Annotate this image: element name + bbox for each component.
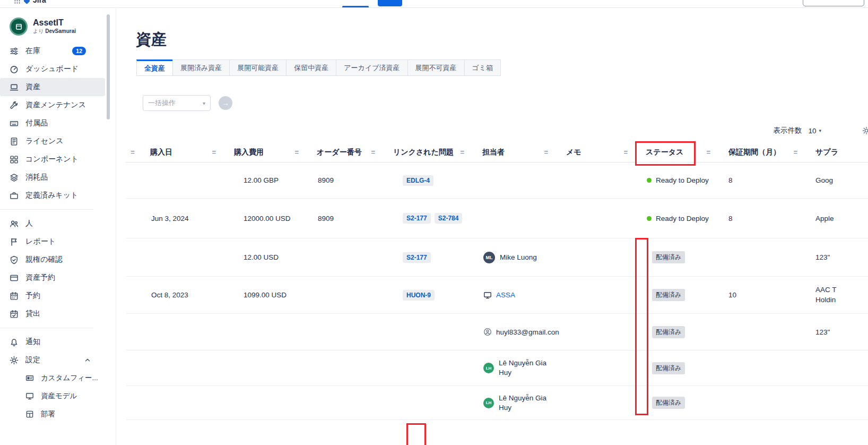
column-header-linked-issues[interactable]: リンクされた問題= [383, 142, 472, 162]
tab-deployable-assets[interactable]: 展開可能資産 [229, 59, 287, 76]
tab-undeployable-assets[interactable]: 展開不可資産 [407, 59, 465, 76]
asset-tabs: 全資産 展開済み資産 展開可能資産 保留中資産 アーカイブ済資産 展開不可資産 … [136, 59, 868, 76]
table-row[interactable]: huyl833@gmail.con 配備済み 123" [126, 314, 868, 350]
status-label: Ready to Deploy [656, 176, 709, 184]
sidebar-item-assets[interactable]: 資産 [0, 78, 105, 96]
license-icon [10, 137, 19, 146]
cell-purchase-cost: 12000.00 USD [223, 215, 306, 222]
column-header-warranty[interactable]: 保証期間（月）= [718, 142, 805, 162]
search-input[interactable] [803, 0, 864, 6]
sidebar-item-licenses[interactable]: ライセンス [0, 132, 105, 150]
assignee-name: Lê Nguyễn Gia Huy [499, 393, 554, 412]
sidebar-item-settings[interactable]: 設定 [0, 351, 105, 369]
issue-key-chip[interactable]: S2-784 [435, 213, 463, 224]
people-icon [10, 219, 19, 228]
column-header-status[interactable]: ステータス= [635, 142, 718, 162]
sidebar-item-notifications[interactable]: 通知 [0, 333, 105, 351]
column-header-memo[interactable]: メモ= [555, 142, 635, 162]
sidebar-scrollbar[interactable] [107, 14, 110, 119]
tab-pending-assets[interactable]: 保留中資産 [286, 59, 336, 76]
filter-icon[interactable]: = [544, 148, 548, 156]
tab-archived-assets[interactable]: アーカイブ済資産 [336, 59, 407, 76]
cell-status: 配備済み [635, 289, 718, 301]
sidebar-item-label: カスタムフィー... [41, 373, 98, 383]
status-dot-icon [647, 178, 652, 183]
sidebar-item-asset-maintenance[interactable]: 資産メンテナンス [0, 96, 105, 114]
column-header-assignee[interactable]: 担当者= [472, 142, 555, 162]
sidebar-item-accessories[interactable]: 付属品 [0, 114, 105, 132]
bulk-action-select[interactable]: 一括操作 ▾ [143, 95, 211, 111]
card-icon [10, 273, 19, 283]
column-header-edge: = [126, 142, 140, 162]
sidebar-item-inventory[interactable]: 在庫 12 [0, 42, 105, 60]
column-header-purchase-cost[interactable]: 購入費用= [223, 142, 306, 162]
sidebar-item-checkout[interactable]: 貸出 [0, 305, 105, 323]
page-title: 資産 [136, 29, 868, 50]
arrow-right-icon: → [222, 99, 229, 107]
laptop-icon [10, 83, 19, 92]
filter-icon[interactable]: = [371, 148, 375, 156]
issue-key-chip[interactable]: S2-177 [403, 252, 431, 263]
table-row[interactable]: Jun 3, 2024 12000.00 USD 8909 S2-177S2-7… [126, 199, 868, 238]
avatar: LH [483, 398, 494, 408]
sidebar-item-custom-fields[interactable]: カスタムフィー... [0, 369, 105, 387]
assignee-name: Mike Luong [500, 253, 537, 261]
cell-warranty: 8 [718, 215, 805, 222]
tab-all-assets[interactable]: 全資産 [136, 59, 173, 76]
sidebar-item-asset-reservation[interactable]: 資産予約 [0, 269, 105, 287]
bulk-action-row: 一括操作 ▾ → [143, 95, 868, 111]
cell-linked-issues: S2-177S2-784 [383, 213, 472, 224]
sidebar-item-label: 通知 [25, 337, 40, 347]
sidebar-item-dashboard[interactable]: ダッシュボード [0, 60, 105, 78]
filter-icon[interactable]: = [706, 148, 710, 156]
cell-purchase-cost: 1099.00 USD [223, 291, 306, 299]
column-header-purchase-date[interactable]: 購入日= [140, 142, 223, 162]
cell-status: 配備済み [635, 362, 718, 374]
tab-deployed-assets[interactable]: 展開済み資産 [172, 59, 230, 76]
sidebar-item-people[interactable]: 人 [0, 215, 105, 233]
cell-assignee: huyl833@gmail.con [472, 328, 555, 336]
sidebar-item-label: 親権の確認 [25, 255, 63, 264]
table-row[interactable]: 12.00 GBP 8909 EDLG-4 Ready to Deploy 8 … [126, 162, 868, 199]
column-header-order-number[interactable]: オーダー番号= [306, 142, 383, 162]
issue-key-chip[interactable]: HUON-9 [403, 290, 435, 301]
column-header-supplier[interactable]: サプラ [805, 142, 868, 162]
caret-down-icon: ▾ [203, 100, 205, 106]
filter-icon[interactable]: = [623, 148, 628, 156]
sidebar-item-reservation[interactable]: 予約 [0, 287, 105, 305]
bulk-action-apply-button[interactable]: → [219, 96, 232, 110]
app-title-block: AssetIT より DevSamurai [33, 18, 76, 35]
sidebar-item-components[interactable]: コンポーネント [0, 150, 105, 168]
issue-key-chip[interactable]: EDLG-4 [403, 175, 433, 186]
issue-key-chip[interactable]: S2-177 [403, 213, 431, 224]
tab-trash[interactable]: ゴミ箱 [464, 59, 501, 76]
sidebar-item-label: ライセンス [25, 136, 64, 146]
sidebar-item-custody-confirmation[interactable]: 親権の確認 [0, 251, 105, 269]
status-dot-icon [647, 216, 652, 221]
filter-icon[interactable]: = [793, 148, 797, 156]
sidebar-item-predefined-kits[interactable]: 定義済みキット [0, 186, 105, 204]
table-row[interactable] [126, 420, 868, 445]
supplier-name: AAC T Holdin [815, 285, 846, 304]
table-row[interactable]: Oct 8, 2023 1099.00 USD HUON-9 ASSA 配備済み… [126, 277, 868, 314]
column-label: サプラ [815, 148, 838, 157]
create-button[interactable] [378, 0, 402, 6]
page-size-value[interactable]: 10 [808, 127, 816, 135]
sidebar-item-asset-models[interactable]: 資産モデル [0, 387, 105, 405]
app-switcher-icon[interactable] [14, 0, 21, 4]
filter-icon[interactable]: = [460, 148, 464, 156]
table-row[interactable]: 12.00 USD S2-177 MLMike Luong 配備済み 123" [126, 238, 868, 277]
filter-icon[interactable]: = [212, 148, 216, 156]
table-settings-icon[interactable] [862, 126, 868, 135]
sidebar-item-reports[interactable]: レポート [0, 233, 105, 251]
table-row[interactable]: LHLê Nguyễn Gia Huy 配備済み [126, 350, 868, 386]
filter-icon[interactable]: = [294, 148, 299, 156]
sidebar-item-label: 資産メンテナンス [25, 100, 86, 110]
filter-icon[interactable]: = [131, 148, 135, 156]
sidebar-item-consumables[interactable]: 消耗品 [0, 168, 105, 186]
table-row[interactable]: LHLê Nguyễn Gia Huy 配備済み [126, 386, 868, 420]
status-badge: 配備済み [652, 289, 685, 301]
page-size-control[interactable]: 表示件数 10 ▾ [773, 126, 821, 135]
assignee-asset-link[interactable]: ASSA [496, 291, 515, 299]
sidebar-item-departments[interactable]: 部署 [0, 405, 105, 423]
